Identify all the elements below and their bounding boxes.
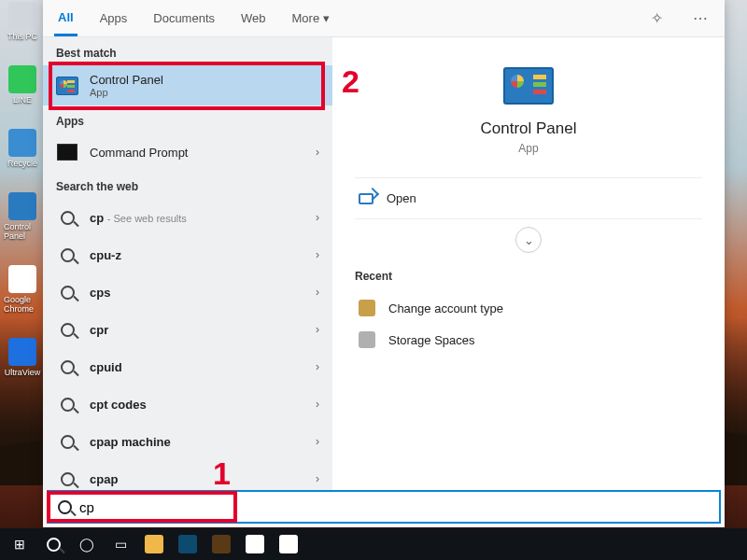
taskbar-app1[interactable] xyxy=(207,531,235,557)
search-icon xyxy=(61,435,75,449)
chevron-right-icon: › xyxy=(316,435,319,448)
desktop-icons: This PCLINERecycleControl PanelGoogle Ch… xyxy=(4,0,47,377)
tab-documents[interactable]: Documents xyxy=(149,2,218,35)
recent-icon xyxy=(359,300,375,316)
recent-item[interactable]: Change account type xyxy=(355,292,702,324)
taskbar-zalo[interactable] xyxy=(241,531,269,557)
web-result[interactable]: cpt codes› xyxy=(43,385,332,423)
chevron-right-icon: › xyxy=(316,472,319,485)
web-result[interactable]: cpr› xyxy=(43,311,332,348)
taskbar-search[interactable] xyxy=(39,531,67,557)
result-title: Command Prompt xyxy=(90,146,188,160)
desktop-icon[interactable]: UltraView xyxy=(4,338,41,377)
chevron-right-icon: › xyxy=(316,211,319,224)
taskbar-chrome[interactable] xyxy=(275,531,303,557)
search-icon xyxy=(61,211,75,225)
web-result[interactable]: cpu-z› xyxy=(43,236,332,273)
desktop-icon[interactable]: This PC xyxy=(4,2,41,41)
more-icon[interactable]: ⋯ xyxy=(687,6,713,31)
desktop: This PCLINERecycleControl PanelGoogle Ch… xyxy=(0,0,747,560)
taskbar: ⊞◯▭ xyxy=(0,528,747,560)
tab-apps[interactable]: Apps xyxy=(96,2,132,35)
recent-item[interactable]: Storage Spaces xyxy=(355,324,702,356)
annotation-2: 2 xyxy=(342,63,359,100)
taskbar-taskview[interactable]: ▭ xyxy=(106,531,134,557)
expand-button[interactable]: ⌄ xyxy=(515,227,542,253)
result-command-prompt[interactable]: Command Prompt › xyxy=(43,133,332,171)
preview-panel: Control Panel App Open ⌄ Recent Change a… xyxy=(332,37,725,490)
web-result[interactable]: cpap machine› xyxy=(43,423,332,460)
taskbar-start[interactable]: ⊞ xyxy=(6,531,34,557)
desktop-icon[interactable]: Google Chrome xyxy=(4,265,41,314)
tab-more[interactable]: More ▾ xyxy=(289,2,333,35)
search-icon xyxy=(61,323,75,337)
chevron-right-icon: › xyxy=(316,398,319,411)
chevron-right-icon: › xyxy=(316,323,319,336)
recent-label: Recent xyxy=(355,270,702,283)
web-result[interactable]: cp - See web results› xyxy=(43,199,332,236)
search-tabs: AllAppsDocumentsWebMore ▾ ✧ ⋯ xyxy=(43,0,725,37)
search-icon xyxy=(61,248,75,262)
section-web: Search the web xyxy=(43,171,332,199)
web-result[interactable]: cpuid› xyxy=(43,348,332,385)
feedback-icon[interactable]: ✧ xyxy=(645,6,669,31)
annotation-box-2 xyxy=(49,62,325,110)
taskbar-photoshop[interactable] xyxy=(174,531,202,557)
annotation-box-1 xyxy=(47,491,237,523)
taskbar-cortana[interactable]: ◯ xyxy=(73,531,101,557)
chevron-right-icon: › xyxy=(316,146,319,159)
open-action[interactable]: Open xyxy=(355,178,702,219)
tab-all[interactable]: All xyxy=(54,1,78,36)
recent-icon xyxy=(359,331,375,348)
desktop-icon[interactable]: Recycle xyxy=(4,129,41,168)
web-result[interactable]: cpap› xyxy=(43,460,332,490)
open-label: Open xyxy=(387,191,416,205)
chevron-right-icon: › xyxy=(316,286,319,299)
search-icon xyxy=(61,286,75,300)
control-panel-icon xyxy=(503,67,554,105)
desktop-icon[interactable]: LINE xyxy=(4,65,41,105)
search-icon xyxy=(61,398,75,412)
preview-title: Control Panel xyxy=(480,119,576,138)
preview-subtitle: App xyxy=(518,142,538,155)
chevron-right-icon: › xyxy=(316,360,319,373)
web-result[interactable]: cps› xyxy=(43,273,332,311)
annotation-1: 1 xyxy=(213,455,231,492)
search-icon xyxy=(61,472,75,486)
chevron-right-icon: › xyxy=(316,248,319,261)
desktop-icon[interactable]: Control Panel xyxy=(4,192,41,241)
open-icon xyxy=(359,193,374,204)
tab-web[interactable]: Web xyxy=(237,2,270,35)
search-icon xyxy=(61,360,75,374)
command-prompt-icon xyxy=(57,144,78,161)
taskbar-explorer[interactable] xyxy=(140,531,168,557)
